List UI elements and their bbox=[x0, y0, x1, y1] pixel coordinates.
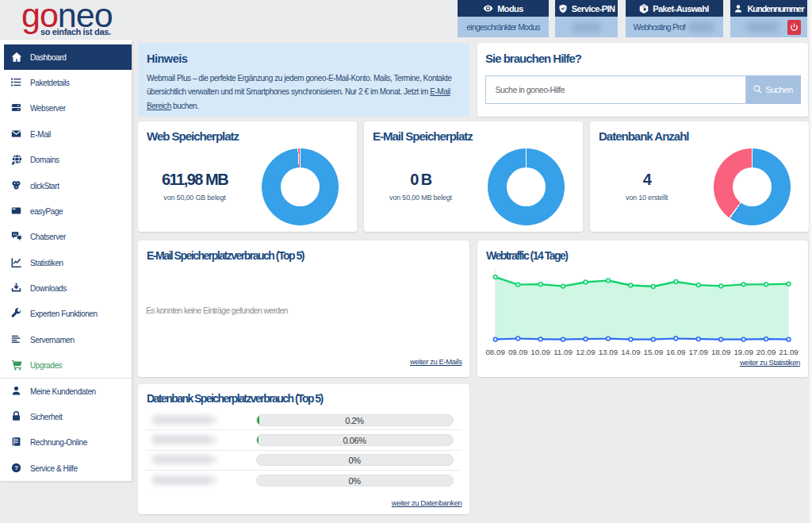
svg-text:17.09: 17.09 bbox=[688, 348, 708, 356]
svg-text:13.09: 13.09 bbox=[599, 348, 619, 356]
svg-text:21.09: 21.09 bbox=[779, 348, 799, 356]
svg-text:09.09: 09.09 bbox=[508, 348, 528, 356]
svg-text:12.09: 12.09 bbox=[576, 348, 596, 356]
svg-text:?: ? bbox=[14, 464, 18, 471]
svg-text:11.09: 11.09 bbox=[553, 348, 573, 356]
svg-text:10.09: 10.09 bbox=[530, 348, 550, 356]
svg-text:08.09: 08.09 bbox=[485, 348, 505, 356]
svg-text:14.09: 14.09 bbox=[621, 348, 641, 356]
svg-text:15.09: 15.09 bbox=[644, 348, 664, 356]
svg-text:16.09: 16.09 bbox=[666, 348, 686, 356]
svg-text:19.09: 19.09 bbox=[733, 348, 753, 356]
svg-text:20.09: 20.09 bbox=[756, 348, 776, 356]
svg-text:18.09: 18.09 bbox=[711, 348, 731, 356]
